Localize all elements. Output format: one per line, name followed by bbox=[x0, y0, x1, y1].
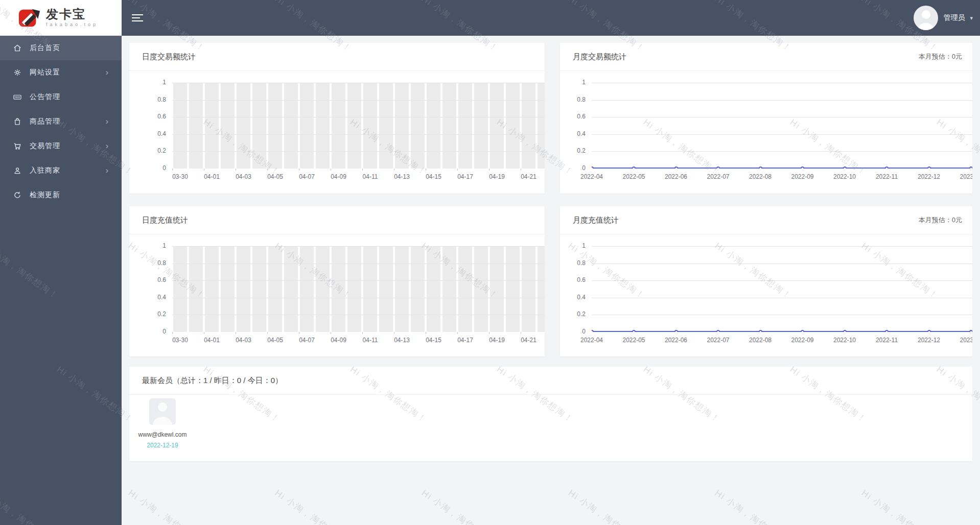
data-point-marker bbox=[927, 166, 931, 169]
x-axis-tick-label: 04-05 bbox=[267, 173, 283, 180]
x-axis-tick-label: 04-17 bbox=[457, 337, 473, 344]
panel-title: 日度交易额统计 bbox=[142, 52, 196, 62]
user-name: 管理员 bbox=[943, 13, 965, 22]
y-axis-tick-label: 0.8 bbox=[560, 259, 586, 267]
x-axis-tick-label: 04-05 bbox=[267, 337, 283, 344]
member-email: www@dkewl.com bbox=[134, 431, 191, 438]
gridline bbox=[172, 246, 545, 247]
gridline bbox=[172, 134, 545, 135]
sidebar-item-label: 后台首页 bbox=[30, 43, 60, 53]
bar-background-band bbox=[284, 246, 298, 332]
bar-background-band bbox=[474, 246, 488, 332]
daily-recharge-chart: 10.80.60.40.2003-3004-0104-0304-0504-070… bbox=[129, 234, 545, 357]
cart-icon bbox=[12, 141, 22, 151]
bar-background-band bbox=[347, 83, 361, 169]
person-icon bbox=[12, 165, 22, 176]
x-axis-tick-label: 04-15 bbox=[426, 173, 441, 180]
zero-value-line bbox=[592, 331, 972, 332]
gridline bbox=[172, 280, 545, 281]
y-axis-tick-label: 0.2 bbox=[560, 311, 586, 318]
bar-background-band bbox=[332, 246, 345, 332]
bar-background-band bbox=[284, 83, 298, 169]
bar-background-band bbox=[363, 246, 377, 332]
sidebar-item-label: 商品管理 bbox=[30, 117, 60, 126]
data-point-marker bbox=[632, 330, 636, 332]
bar-background-band bbox=[300, 246, 314, 332]
x-axis-tick-label: 04-15 bbox=[426, 337, 441, 344]
sidebar-item-label: 交易管理 bbox=[30, 141, 60, 151]
bar-background-band bbox=[506, 246, 520, 332]
x-axis-tick-label: 2022-08 bbox=[749, 337, 772, 344]
data-point-marker bbox=[801, 330, 804, 332]
bar-background-band bbox=[173, 83, 187, 169]
x-axis-tick bbox=[172, 169, 173, 171]
sidebar-item-announcements[interactable]: NEW公告管理 bbox=[0, 85, 122, 109]
menu-toggle-button[interactable] bbox=[132, 12, 144, 23]
new-badge-icon: NEW bbox=[12, 92, 22, 102]
brand-domain: fakabao.top bbox=[46, 22, 98, 27]
home-icon bbox=[12, 43, 22, 53]
y-axis-tick-label: 0.6 bbox=[129, 113, 166, 120]
x-axis-tick-label: 04-21 bbox=[521, 337, 536, 344]
sidebar-item-label: 网站设置 bbox=[30, 68, 60, 77]
x-axis-tick-label: 2022-10 bbox=[833, 173, 856, 180]
data-point-marker bbox=[801, 166, 804, 169]
x-axis-tick-label: 03-30 bbox=[172, 337, 188, 344]
x-axis-tick bbox=[426, 332, 426, 334]
data-point-marker bbox=[885, 330, 889, 332]
bar-background-band bbox=[427, 246, 440, 332]
bar-background-band bbox=[252, 246, 266, 332]
x-axis-tick bbox=[236, 169, 236, 171]
y-axis-tick-label: 0 bbox=[560, 164, 586, 172]
x-axis-tick bbox=[236, 332, 236, 334]
sidebar-item-check-update[interactable]: 检测更新 bbox=[0, 183, 122, 207]
chevron-right-icon: › bbox=[106, 166, 108, 175]
x-axis-tick-label: 2022-07 bbox=[707, 337, 729, 344]
x-axis-tick-label: 04-13 bbox=[394, 337, 410, 344]
y-axis-tick-label: 0.2 bbox=[129, 147, 166, 154]
y-axis-tick-label: 0.8 bbox=[129, 259, 166, 267]
sidebar-item-home[interactable]: 后台首页 bbox=[0, 36, 122, 60]
x-axis-tick-label: 2022-04 bbox=[580, 173, 603, 180]
x-axis-tick-label: 04-09 bbox=[331, 337, 346, 344]
x-axis-tick bbox=[299, 332, 299, 334]
data-point-marker bbox=[969, 330, 972, 332]
sidebar-item-products[interactable]: 商品管理› bbox=[0, 109, 122, 134]
data-point-marker bbox=[969, 166, 972, 169]
top-header: 管理员 ▾ bbox=[122, 0, 980, 36]
gridline bbox=[172, 100, 545, 101]
bar-background-band bbox=[189, 83, 203, 169]
bar-background-band bbox=[538, 83, 545, 169]
refresh-icon bbox=[12, 190, 22, 200]
y-axis-tick-label: 0.8 bbox=[129, 96, 166, 103]
x-axis-tick-label: 04-17 bbox=[457, 173, 473, 180]
x-axis-tick-label: 04-19 bbox=[489, 173, 505, 180]
panel-daily-recharge: 日度充值统计 10.80.60.40.2003-3004-0104-0304-0… bbox=[129, 206, 545, 356]
sidebar-item-site-settings[interactable]: 网站设置› bbox=[0, 60, 122, 85]
data-point-marker bbox=[716, 330, 720, 332]
caret-down-icon: ▾ bbox=[970, 15, 973, 21]
brand-name: 发卡宝 bbox=[46, 8, 98, 20]
sidebar-item-trades[interactable]: 交易管理› bbox=[0, 134, 122, 158]
bar-background-band bbox=[490, 83, 504, 169]
brand-logo: 发卡宝 fakabao.top bbox=[0, 0, 122, 36]
x-axis-tick-label: 04-19 bbox=[489, 337, 505, 344]
bag-icon bbox=[12, 116, 22, 127]
data-point-marker bbox=[759, 330, 762, 332]
bar-background-band bbox=[221, 83, 235, 169]
member-register-date: 2022-12-19 bbox=[134, 442, 191, 449]
chevron-right-icon: › bbox=[106, 68, 108, 77]
zero-value-line bbox=[592, 168, 972, 169]
sidebar-item-label: 公告管理 bbox=[30, 92, 60, 102]
gridline bbox=[592, 315, 972, 315]
bar-background-band bbox=[522, 83, 535, 169]
y-axis-tick-label: 0 bbox=[129, 328, 166, 335]
x-axis-tick-label: 04-13 bbox=[394, 173, 410, 180]
sidebar-item-merchants[interactable]: 入驻商家› bbox=[0, 158, 122, 183]
gridline bbox=[592, 264, 972, 264]
chart-plot-area bbox=[592, 246, 972, 332]
member-card: www@dkewl.com 2022-12-19 bbox=[134, 398, 191, 449]
data-point-marker bbox=[885, 166, 889, 169]
watermark-text: Hi 小淘，淘你想淘！ bbox=[859, 487, 941, 525]
user-dropdown[interactable]: 管理员 ▾ bbox=[914, 0, 973, 36]
